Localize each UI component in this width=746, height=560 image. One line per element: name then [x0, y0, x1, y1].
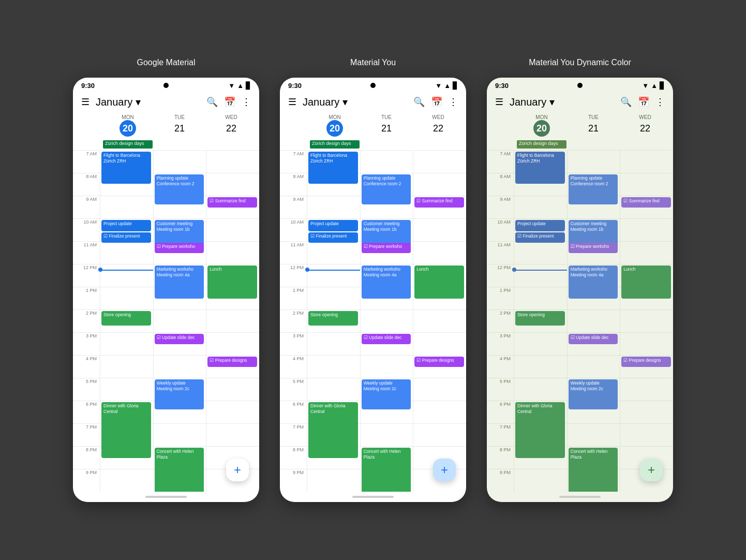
event-flight-barcelona-1[interactable]: Flight to BarcelonaZürich ZRH	[101, 152, 151, 184]
event-store-opening-1[interactable]: Store opening	[101, 311, 151, 326]
hamburger-icon-3[interactable]: ☰	[495, 96, 503, 108]
event-prepare-designs-2[interactable]: ☑ Prepare designs	[414, 357, 464, 367]
event-flight-barcelona-2[interactable]: Flight to BarcelonaZürich ZRH	[308, 152, 358, 184]
cell-mon-3pm-3	[514, 333, 567, 355]
cell-mon-5pm-1	[100, 378, 153, 401]
event-prepare-designs-3[interactable]: ☑ Prepare designs	[621, 357, 671, 367]
more-icon-1[interactable]: ⋮	[242, 96, 251, 108]
event-update-slide-2[interactable]: ☑ Update slide dec	[362, 334, 411, 344]
day-col-tue-1[interactable]: TUE 21	[154, 112, 205, 139]
event-summarize-1[interactable]: ☑ Summarize find	[207, 197, 257, 208]
event-weekly-update-3[interactable]: Weekly updateMeeting room 2c	[569, 379, 618, 409]
time-row-7am-1: 7 AM Flight to BarcelonaZürich ZRH	[73, 150, 259, 173]
event-lunch-1[interactable]: Lunch	[207, 266, 257, 299]
time-grid-3[interactable]: 7 AM Flight to BarcelonaZürich ZRH 8 AM	[487, 150, 673, 492]
event-customer-meeting-3[interactable]: Customer meetingMeeting room 1b	[569, 220, 618, 246]
search-icon-1[interactable]: 🔍	[206, 96, 218, 108]
time-label-6pm-1: 6 PM	[73, 401, 100, 423]
time-row-10am-2: 10 AM Project update ☑ Finalize present …	[280, 218, 466, 241]
time-label-1pm-2: 1 PM	[280, 287, 307, 310]
calendar-grid-3: 7 AM Flight to BarcelonaZürich ZRH 8 AM	[487, 150, 673, 492]
now-line-1	[100, 270, 153, 271]
calendar-icon-2[interactable]: 📅	[431, 96, 442, 108]
calendar-icon-1[interactable]: 📅	[224, 96, 235, 108]
event-update-slide-1[interactable]: ☑ Update slide dec	[155, 334, 204, 344]
fab-3[interactable]: +	[640, 459, 663, 481]
time-grid-2[interactable]: 7 AM Flight to BarcelonaZürich ZRH 8 AM	[280, 150, 466, 492]
event-concert-helen-3[interactable]: Concert with HelenPlaza	[569, 448, 618, 492]
fab-1[interactable]: +	[226, 459, 249, 481]
event-customer-meeting-1[interactable]: Customer meetingMeeting room 1b	[155, 220, 204, 246]
cell-mon-7am-2: Flight to BarcelonaZürich ZRH	[307, 151, 360, 173]
event-project-update-2[interactable]: Project update	[308, 220, 358, 231]
event-concert-helen-2[interactable]: Concert with HelenPlaza	[362, 448, 411, 492]
month-title-1[interactable]: January ▾	[96, 96, 200, 108]
event-planning-update-3[interactable]: Planning updateConference room 2	[569, 174, 618, 204]
allday-event-zurich-1[interactable]: Zürich design days	[103, 140, 153, 149]
month-title-3[interactable]: January ▾	[510, 96, 614, 108]
more-icon-2[interactable]: ⋮	[449, 96, 458, 108]
event-lunch-2[interactable]: Lunch	[414, 266, 464, 299]
event-planning-update-2[interactable]: Planning updateConference room 2	[362, 174, 411, 204]
event-finalize-2[interactable]: ☑ Finalize present	[308, 232, 358, 243]
month-title-2[interactable]: January ▾	[303, 96, 407, 108]
fab-2[interactable]: +	[433, 459, 456, 481]
event-concert-helen-1[interactable]: Concert with HelenPlaza	[155, 448, 204, 492]
event-planning-update-1[interactable]: Planning updateConference room 2	[155, 174, 204, 204]
hamburger-icon-2[interactable]: ☰	[288, 96, 296, 108]
event-lunch-3[interactable]: Lunch	[621, 266, 671, 299]
cell-mon-11am-3	[514, 242, 567, 264]
event-weekly-update-1[interactable]: Weekly updateMeeting room 2c	[155, 379, 204, 409]
search-icon-2[interactable]: 🔍	[413, 96, 425, 108]
event-prepare-worksho-2[interactable]: ☑ Prepare worksho	[362, 243, 411, 253]
event-weekly-update-2[interactable]: Weekly updateMeeting room 2c	[362, 379, 411, 409]
time-row-11am-1: 11 AM ☑ Prepare worksho	[73, 241, 259, 264]
home-bar-3	[559, 496, 601, 498]
time-label-7am-1: 7 AM	[73, 151, 100, 173]
event-dinner-gloria-3[interactable]: Dinner with GloriaCentral	[515, 402, 565, 458]
cell-wed-7am-2	[413, 151, 466, 173]
allday-event-zurich-3[interactable]: Zürich design days	[517, 140, 566, 149]
cell-wed-12pm-3: Lunch	[620, 264, 673, 287]
event-project-update-1[interactable]: Project update	[101, 220, 151, 231]
time-row-4pm-2: 4 PM ☑ Prepare designs	[280, 355, 466, 378]
event-finalize-3[interactable]: ☑ Finalize present	[515, 232, 565, 243]
cell-mon-10am-1: Project update ☑ Finalize present	[100, 219, 153, 241]
event-dinner-gloria-1[interactable]: Dinner with GloriaCentral	[101, 402, 151, 458]
event-prepare-worksho-1[interactable]: ☑ Prepare worksho	[155, 243, 204, 253]
event-project-update-3[interactable]: Project update	[515, 220, 565, 231]
event-customer-meeting-2[interactable]: Customer meetingMeeting room 1b	[362, 220, 411, 246]
event-prepare-worksho-3[interactable]: ☑ Prepare worksho	[569, 243, 618, 253]
day-col-wed-1[interactable]: WED 22	[205, 112, 257, 139]
event-store-opening-3[interactable]: Store opening	[515, 311, 565, 326]
event-update-slide-3[interactable]: ☑ Update slide dec	[569, 334, 618, 344]
now-line-3	[514, 270, 567, 271]
event-finalize-1[interactable]: ☑ Finalize present	[101, 232, 151, 243]
event-store-opening-2[interactable]: Store opening	[308, 311, 358, 326]
event-flight-barcelona-3[interactable]: Flight to BarcelonaZürich ZRH	[515, 152, 565, 184]
search-icon-3[interactable]: 🔍	[620, 96, 632, 108]
event-marketing-worksho-2[interactable]: Marketing workshoMeeting room 4a	[362, 266, 411, 299]
calendar-grid-2: 7 AM Flight to BarcelonaZürich ZRH 8 AM	[280, 150, 466, 492]
allday-event-zurich-2[interactable]: Zürich design days	[310, 140, 360, 149]
more-icon-3[interactable]: ⋮	[655, 96, 665, 108]
day-col-mon-3[interactable]: Mon 20	[516, 112, 568, 139]
event-summarize-3[interactable]: ☑ Summarize find	[621, 197, 671, 208]
cell-tue-3pm-2: ☑ Update slide dec	[360, 333, 413, 355]
day-name-wed-1: WED	[206, 114, 256, 120]
event-summarize-2[interactable]: ☑ Summarize find	[414, 197, 464, 208]
calendar-icon-3[interactable]: 📅	[638, 96, 649, 108]
hamburger-icon-1[interactable]: ☰	[81, 96, 89, 108]
day-col-wed-2[interactable]: Wed 22	[412, 112, 464, 139]
time-grid-1[interactable]: 7 AM Flight to BarcelonaZürich ZRH 8 AM	[73, 150, 259, 492]
time-label-6pm-3: 6 PM	[487, 401, 514, 423]
event-dinner-gloria-2[interactable]: Dinner with GloriaCentral	[308, 402, 358, 458]
day-col-wed-3[interactable]: Wed 22	[619, 112, 671, 139]
event-marketing-worksho-3[interactable]: Marketing workshoMeeting room 4a	[569, 266, 618, 299]
event-prepare-designs-1[interactable]: ☑ Prepare designs	[207, 357, 257, 367]
day-col-tue-2[interactable]: Tue 21	[361, 112, 412, 139]
day-col-mon-2[interactable]: Mon 20	[309, 112, 361, 139]
day-col-tue-3[interactable]: Tue 21	[568, 112, 619, 139]
event-marketing-worksho-1[interactable]: Marketing workshoMeeting room 4a	[155, 266, 204, 299]
day-col-mon-1[interactable]: MON 20	[102, 112, 154, 139]
